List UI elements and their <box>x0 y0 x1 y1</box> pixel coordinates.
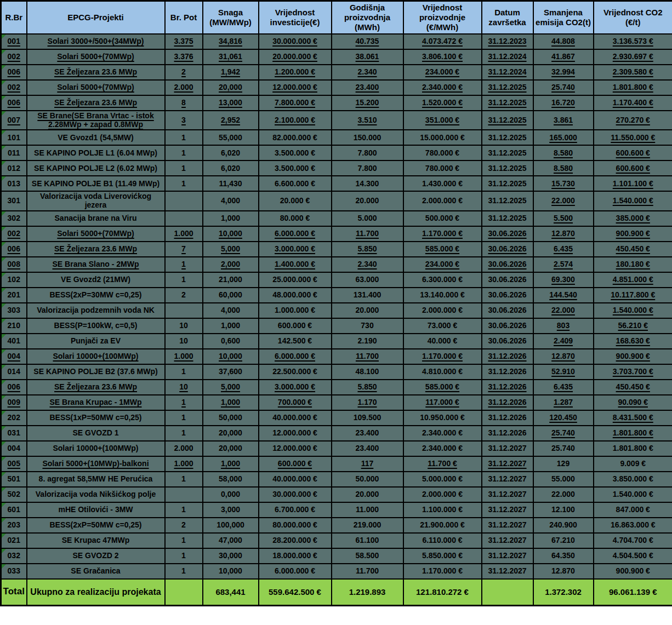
cell-production: 7.800 <box>332 160 403 176</box>
cell-br-pot <box>165 211 203 226</box>
cell-co2-value: 90.090 € <box>594 395 672 410</box>
cell-co2-value: 900.900 € <box>594 226 672 242</box>
cell-co2-value: 168.630 € <box>594 334 672 349</box>
cell-production-value: 2.340.000 € <box>403 426 482 441</box>
epcg-projects-table: R.Br EPCG-Projekti Br. Pot Snaga (MW/MWp… <box>0 0 672 606</box>
cell-br-pot: 1 <box>165 145 203 160</box>
cell-rbr: 002 <box>1 49 27 65</box>
cell-investment: 7.800.000 € <box>259 95 332 111</box>
table-row: 021SE Krupac 47MWp147,00028.200.000 €61.… <box>1 533 672 548</box>
column-header-production-value: Vrijednost proizvodnje (€/MWh) <box>403 1 482 35</box>
cell-co2-reduction: 22.000 <box>533 191 594 210</box>
cell-snaga: 5,000 <box>203 242 259 257</box>
cell-co2-value: 600.600 € <box>594 160 672 176</box>
cell-investment: 20.000.000 € <box>259 49 332 65</box>
cell-production: 61.100 <box>332 533 403 548</box>
cell-date: 31.12.2027 <box>482 548 533 564</box>
cell-rbr: 021 <box>1 533 27 548</box>
cell-rbr: 401 <box>1 334 27 349</box>
cell-date: 31.12.2026 <box>482 364 533 380</box>
cell-investment: 6.700.000 € <box>259 502 332 518</box>
table-row: 008SE Brana Slano - 2MWp12,0001.400.000 … <box>1 257 672 272</box>
cell-co2-reduction: 22.000 <box>533 303 594 318</box>
cell-project: Valorizacija voda Liverovićkog jezera <box>27 191 165 210</box>
cell-br-pot: 2 <box>165 518 203 533</box>
cell-production-value: 780.000 € <box>403 160 482 176</box>
cell-snaga: 20,000 <box>203 441 259 456</box>
cell-snaga: 30,000 <box>203 548 259 564</box>
cell-production-value: 2.000.000 € <box>403 303 482 318</box>
cell-rbr: 032 <box>1 548 27 564</box>
cell-rbr: 009 <box>1 395 27 410</box>
column-header-co2-value: Vrijednost CO2 (€/t) <box>594 1 672 35</box>
cell-production: 48.100 <box>332 364 403 380</box>
cell-snaga: 34,816 <box>203 34 259 49</box>
cell-production-value: 2.340.000 € <box>403 441 482 456</box>
cell-snaga: 11,430 <box>203 176 259 191</box>
cell-investment: 600.000 € <box>259 318 332 334</box>
cell-production-value: 234.000 € <box>403 257 482 272</box>
cell-production-value: 117.000 € <box>403 395 482 410</box>
cell-co2-value: 847.000 € <box>594 502 672 518</box>
cell-snaga: 13,000 <box>203 95 259 111</box>
table-row: 013SE KAPINO POLJE B1 (11.49 MWp)111,430… <box>1 176 672 191</box>
cell-br-pot <box>165 303 203 318</box>
cell-br-pot: 10 <box>165 334 203 349</box>
cell-co2-value: 56.210 € <box>594 318 672 334</box>
cell-production-value: 40.000 € <box>403 334 482 349</box>
column-header-production: Godišnja proizvodnja (MWh) <box>332 1 403 35</box>
cell-co2-reduction: 120.450 <box>533 410 594 426</box>
cell-co2-reduction: 12.100 <box>533 502 594 518</box>
cell-co2-reduction: 16.720 <box>533 95 594 111</box>
cell-investment: 1.200.000 € <box>259 65 332 80</box>
cell-investment: 25.000.000 € <box>259 272 332 288</box>
cell-co2-value: 16.863.000 € <box>594 518 672 533</box>
cell-production: 40.735 <box>332 34 403 49</box>
table-body: 001Solari 3000+/500+(34MWp)3.37534,81630… <box>1 34 672 579</box>
cell-snaga: 4,000 <box>203 303 259 318</box>
cell-snaga: 58,000 <box>203 472 259 487</box>
cell-snaga: 50,000 <box>203 410 259 426</box>
cell-br-pot: 1 <box>165 160 203 176</box>
cell-br-pot: 1.000 <box>165 226 203 242</box>
cell-date: 31.12.2027 <box>482 441 533 456</box>
cell-br-pot: 1 <box>165 548 203 564</box>
cell-project: SE KAPINO POLJE B2 (37.6 MWp) <box>27 364 165 380</box>
cell-co2-value: 1.801.800 € <box>594 426 672 441</box>
cell-investment: 40.000.000 € <box>259 410 332 426</box>
cell-production: 11.000 <box>332 502 403 518</box>
column-header-date: Datum završetka <box>482 1 533 35</box>
column-header-project: EPCG-Projekti <box>27 1 165 35</box>
cell-investment: 1.400.000 € <box>259 257 332 272</box>
cell-date: 31.12.2027 <box>482 564 533 579</box>
cell-production-value: 10.950.000 € <box>403 410 482 426</box>
table-row: 005Solari 5000+(10MWp)-balkoni1.0001,000… <box>1 456 672 472</box>
cell-br-pot: 1 <box>165 257 203 272</box>
cell-project: SE GVOZD 2 <box>27 548 165 564</box>
cell-production: 58.500 <box>332 548 403 564</box>
cell-co2-reduction: 25.740 <box>533 426 594 441</box>
cell-production-value: 780.000 € <box>403 145 482 160</box>
cell-project: SE KAPINO POLJE L2 (6.02 MWp) <box>27 160 165 176</box>
cell-co2-reduction: 1.287 <box>533 395 594 410</box>
cell-br-pot <box>165 191 203 210</box>
cell-investment: 40.000.000 € <box>259 472 332 487</box>
cell-br-pot: 2 <box>165 65 203 80</box>
cell-investment: 3.500.000 € <box>259 160 332 176</box>
cell-project: SE Željezara 23.6 MWp <box>27 380 165 395</box>
cell-br-pot: 2.000 <box>165 441 203 456</box>
cell-snaga: 21,000 <box>203 272 259 288</box>
cell-project: mHE Otilovići - 3MW <box>27 502 165 518</box>
column-header-br-pot: Br. Pot <box>165 1 203 35</box>
cell-br-pot: 8 <box>165 95 203 111</box>
cell-co2-reduction: 129 <box>533 456 594 472</box>
cell-snaga: 0,000 <box>203 487 259 502</box>
cell-project: SE GVOZD 1 <box>27 426 165 441</box>
cell-co2-value: 10.117.800 € <box>594 288 672 303</box>
cell-production-value: 351.000 € <box>403 111 482 130</box>
epcg-projects-sheet: R.Br EPCG-Projekti Br. Pot Snaga (MW/MWp… <box>0 0 672 606</box>
cell-snaga: 100,000 <box>203 518 259 533</box>
cell-date: 31.12.2027 <box>482 518 533 533</box>
cell-project: VE Gvozd1 (54,5MW) <box>27 130 165 145</box>
cell-rbr: 601 <box>1 502 27 518</box>
